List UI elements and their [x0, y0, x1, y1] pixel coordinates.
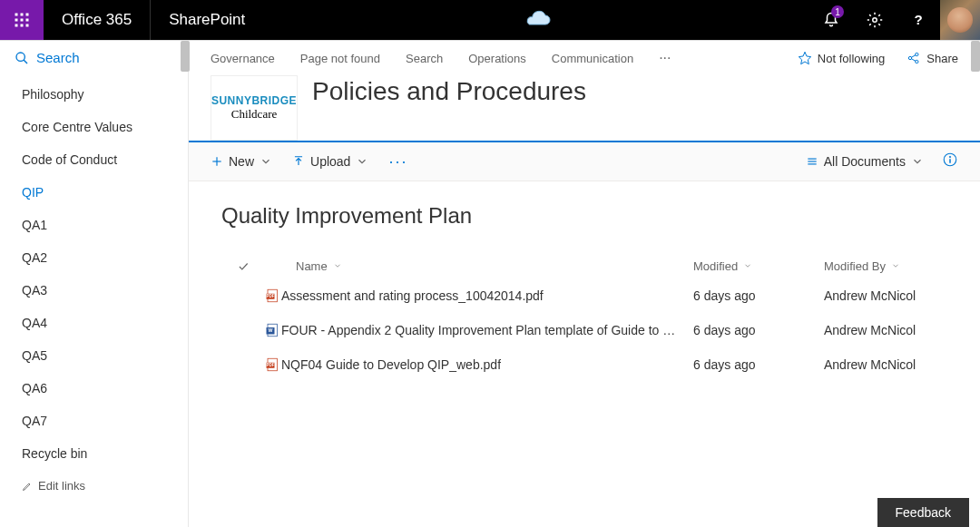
share-button[interactable]: Share: [906, 51, 958, 65]
svg-text:W: W: [269, 327, 273, 333]
file-name-cell[interactable]: Assessment and rating process_10042014.p…: [281, 288, 693, 303]
file-name-cell[interactable]: NQF04 Guide to Develop QIP_web.pdf: [281, 357, 693, 372]
site-nav-link-communication[interactable]: Communication: [552, 52, 633, 65]
chevron-down-icon: [260, 155, 272, 168]
document-list: Name Modified Modified By PDFAssessment …: [221, 254, 947, 382]
edit-links-button[interactable]: Edit links: [0, 470, 188, 503]
site-nav-link-governance[interactable]: Governance: [211, 52, 275, 65]
svg-rect-6: [15, 24, 18, 27]
site-nav-actions: Not following Share: [798, 51, 958, 65]
page-header: SUNNYBRIDGE Childcare Policies and Proce…: [189, 75, 980, 142]
svg-rect-8: [26, 24, 29, 27]
new-button[interactable]: New: [211, 154, 272, 169]
info-icon: [942, 151, 958, 168]
site-nav-link-operations[interactable]: Operations: [468, 52, 526, 65]
search-input[interactable]: Search: [0, 41, 188, 74]
chevron-down-icon: [743, 261, 752, 270]
svg-point-25: [949, 156, 951, 158]
upload-label: Upload: [310, 154, 350, 169]
info-button[interactable]: [942, 151, 958, 171]
site-nav-links: GovernancePage not foundSearchOperations…: [211, 50, 671, 66]
chevron-down-icon: [891, 261, 900, 270]
col-name-header[interactable]: Name: [296, 259, 693, 273]
sidebar-item-qa4[interactable]: QA4: [0, 307, 188, 339]
app-label[interactable]: SharePoint: [151, 11, 263, 29]
main-scrollbar[interactable]: [969, 41, 980, 527]
file-type-icon: PDF: [265, 288, 281, 304]
user-avatar[interactable]: [940, 0, 980, 40]
svg-line-16: [912, 55, 916, 58]
cloud-icon: [518, 9, 554, 31]
pdf-icon: PDF: [265, 288, 281, 304]
svg-line-12: [24, 60, 27, 63]
gear-icon: [867, 12, 883, 28]
sidebar-item-code-of-conduct[interactable]: Code of Conduct: [0, 143, 188, 176]
new-label: New: [229, 154, 254, 169]
word-icon: W: [265, 322, 281, 338]
help-button[interactable]: ?: [897, 0, 940, 40]
sidebar-item-recycle-bin[interactable]: Recycle bin: [0, 437, 188, 470]
site-logo[interactable]: SUNNYBRIDGE Childcare: [211, 75, 298, 141]
sidebar-item-qa1[interactable]: QA1: [0, 209, 188, 241]
site-logo-line2: Childcare: [231, 107, 278, 122]
svg-point-9: [873, 18, 877, 23]
star-icon: [798, 51, 812, 65]
select-all-toggle[interactable]: [221, 260, 265, 273]
col-name-label: Name: [296, 259, 328, 273]
col-modified-header[interactable]: Modified: [693, 259, 824, 273]
settings-button[interactable]: [853, 0, 897, 40]
site-nav-more-button[interactable]: ···: [659, 50, 671, 66]
file-name-cell[interactable]: FOUR - Appendix 2 Quality Improvement Pl…: [281, 323, 693, 337]
upload-icon: [292, 155, 305, 168]
table-row[interactable]: WFOUR - Appendix 2 Quality Improvement P…: [221, 313, 947, 347]
cmd-left: New Upload ···: [211, 152, 407, 171]
question-icon: ?: [910, 12, 926, 28]
table-row[interactable]: PDFAssessment and rating process_1004201…: [221, 278, 947, 313]
site-nav-link-search[interactable]: Search: [406, 52, 443, 65]
svg-line-17: [912, 59, 916, 62]
file-type-icon: W: [265, 322, 281, 338]
page-title: Policies and Procedures: [312, 75, 586, 106]
app-launcher-button[interactable]: [0, 0, 44, 40]
table-row[interactable]: PDFNQF04 Guide to Develop QIP_web.pdf6 d…: [221, 347, 947, 382]
svg-point-13: [909, 56, 912, 59]
sidebar-item-qa7[interactable]: QA7: [0, 405, 188, 437]
search-icon: [15, 51, 29, 65]
check-icon: [237, 260, 250, 273]
pencil-icon: [22, 481, 33, 492]
sidebar-item-qa3[interactable]: QA3: [0, 274, 188, 307]
col-modified-label: Modified: [693, 259, 738, 273]
brand-label[interactable]: Office 365: [44, 11, 150, 29]
view-selector[interactable]: All Documents: [806, 154, 924, 169]
svg-rect-4: [21, 19, 24, 22]
site-nav-link-page-not-found[interactable]: Page not found: [300, 52, 380, 65]
sidebar-item-qip[interactable]: QIP: [0, 176, 188, 209]
not-following-button[interactable]: Not following: [798, 51, 885, 65]
command-bar: New Upload ··· All Documents: [189, 142, 980, 181]
svg-text:PDF: PDF: [267, 363, 275, 367]
scrollbar-thumb[interactable]: [971, 41, 980, 72]
more-commands-button[interactable]: ···: [388, 152, 407, 171]
modified-by-cell: Andrew McNicol: [824, 323, 947, 337]
sidebar-item-core-centre-values[interactable]: Core Centre Values: [0, 111, 188, 143]
modified-cell: 6 days ago: [693, 357, 824, 372]
upload-button[interactable]: Upload: [292, 154, 368, 169]
svg-rect-2: [26, 14, 29, 16]
sidebar-item-qa6[interactable]: QA6: [0, 372, 188, 405]
svg-rect-3: [15, 19, 18, 22]
sidebar-item-philosophy[interactable]: Philosophy: [0, 78, 188, 111]
left-nav: Search PhilosophyCore Centre ValuesCode …: [0, 41, 189, 527]
col-by-header[interactable]: Modified By: [824, 259, 947, 273]
feedback-button[interactable]: Feedback: [877, 498, 969, 527]
share-icon: [906, 51, 921, 65]
sidebar-item-qa2[interactable]: QA2: [0, 241, 188, 274]
modified-cell: 6 days ago: [693, 323, 824, 337]
svg-point-11: [16, 53, 24, 61]
notifications-button[interactable]: 1: [809, 0, 853, 40]
modified-by-cell: Andrew McNicol: [824, 288, 947, 303]
edit-links-label: Edit links: [38, 477, 85, 495]
topbar-spacer: [263, 9, 809, 31]
svg-text:?: ?: [914, 12, 922, 27]
sidebar-item-qa5[interactable]: QA5: [0, 339, 188, 372]
chevron-down-icon: [356, 155, 368, 168]
